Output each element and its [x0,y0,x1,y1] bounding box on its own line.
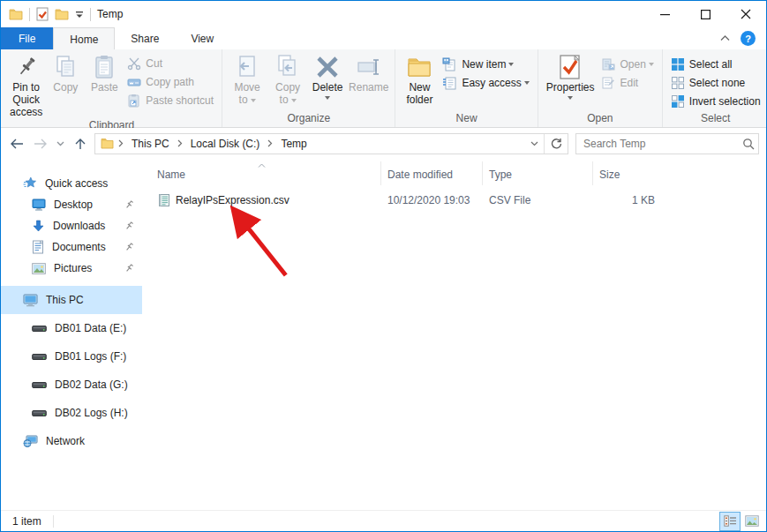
hard-drive-icon [32,324,47,333]
search-box[interactable] [575,133,759,154]
new-item-button[interactable]: New item [439,55,532,73]
search-icon[interactable] [742,138,755,150]
open-group-label: Open [541,111,659,127]
chevron-down-icon [524,81,530,85]
edit-button[interactable]: Edit [598,73,657,92]
sidebar-item-drive-f[interactable]: DB01 Logs (F:) [1,342,142,371]
sidebar-item-label: DB02 Data (G:) [55,378,128,391]
easy-access-button[interactable]: Easy access [439,73,532,92]
large-icons-view-button[interactable] [741,512,763,531]
sidebar-item-quick-access[interactable]: Quick access [1,173,142,194]
sidebar-item-drive-h[interactable]: DB02 Logs (H:) [1,399,142,427]
column-header-name[interactable]: Name [142,161,381,185]
qat-new-folder-button[interactable] [55,8,69,20]
copy-to-icon [274,54,301,80]
tab-view[interactable]: View [175,27,229,49]
invert-selection-icon [671,94,685,109]
cut-icon [127,56,141,71]
pin-to-quick-access-button[interactable]: Pin to Quick access [6,51,46,118]
recent-locations-chevron-icon[interactable] [52,131,68,155]
column-header-date-modified[interactable]: Date modified [381,161,483,185]
collapse-ribbon-chevron-icon[interactable] [720,35,730,41]
paste-shortcut-icon [127,94,141,108]
breadcrumb-local-disk-c[interactable]: Local Disk (C:) [184,134,267,154]
select-none-button[interactable]: Select none [667,73,764,92]
breadcrumb-this-pc[interactable]: This PC [124,134,177,154]
select-group-label: Select [665,111,766,127]
copy-path-button[interactable]: Copy path [124,72,217,91]
details-view-button[interactable] [719,512,741,531]
view-switcher [719,512,766,531]
qat-customize-chevron-icon[interactable] [75,11,84,19]
sidebar-item-desktop[interactable]: Desktop [1,194,142,215]
refresh-button[interactable] [545,134,568,154]
tab-home[interactable]: Home [53,27,115,49]
new-folder-button[interactable]: New folder [400,51,439,107]
address-box[interactable]: This PC Local Disk (C:) Temp [94,133,568,154]
breadcrumb-temp[interactable]: Temp [274,134,313,154]
close-button[interactable] [726,1,766,27]
open-button[interactable]: Open [598,55,657,73]
new-item-label: New item [462,58,514,71]
sidebar-item-label: Pictures [54,262,92,274]
rename-icon [356,54,382,80]
copy-button[interactable]: Copy [46,51,85,94]
sidebar-item-drive-e[interactable]: DB01 Data (E:) [1,314,142,342]
status-separator [53,515,54,528]
sidebar-item-label: Quick access [45,177,108,190]
ribbon-group-select: Select all Select none Invert selection [663,49,767,127]
tab-share[interactable]: Share [115,27,175,49]
select-all-button[interactable]: Select all [667,55,764,73]
open-label: Open [620,58,653,71]
sidebar-item-pictures[interactable]: Pictures [1,258,142,279]
cut-button[interactable]: Cut [124,54,217,72]
help-glyph: ? [745,34,751,44]
easy-access-label: Easy access [462,77,529,89]
up-button[interactable] [68,131,92,155]
qat-separator [90,8,91,21]
forward-button[interactable] [28,131,52,155]
minimize-button[interactable] [644,1,685,27]
rename-button[interactable]: Rename [347,51,390,94]
address-dropdown-chevron-icon[interactable] [524,134,544,154]
properties-button[interactable]: Properties [543,51,598,100]
copy-to-button[interactable]: Copy to [267,51,308,107]
paste-shortcut-button[interactable]: Paste shortcut [124,91,217,109]
network-icon [23,435,38,447]
move-to-button[interactable]: Move to [227,51,267,107]
documents-icon [32,240,44,254]
invert-selection-button[interactable]: Invert selection [667,92,764,110]
copy-path-icon [127,75,141,89]
sidebar-item-documents[interactable]: Documents [1,236,142,258]
rename-label: Rename [349,82,388,94]
column-header-size[interactable]: Size [593,161,662,185]
help-button[interactable]: ? [741,31,756,46]
select-none-label: Select none [689,77,745,89]
select-all-icon [671,57,685,71]
chevron-down-icon [325,96,330,100]
sidebar-item-this-pc[interactable]: This PC [1,286,142,314]
sidebar-item-drive-g[interactable]: DB02 Data (G:) [1,371,142,399]
explorer-window: Temp File Home Share View ? [0,0,767,532]
pinned-pin-icon [124,221,134,231]
file-name-cell[interactable]: RelayIPsExpression.csv [142,193,381,207]
sidebar-item-label: This PC [46,294,84,306]
new-folder-icon [406,54,432,80]
search-input[interactable] [583,138,742,150]
delete-button[interactable]: Delete [308,51,347,100]
ribbon-group-new: New folder New item Easy access [395,49,538,127]
pin-to-quick-access-label: Pin to Quick access [10,82,42,118]
sidebar-item-downloads[interactable]: Downloads [1,215,142,236]
paste-button[interactable]: Paste [85,51,124,94]
column-header-type[interactable]: Type [483,161,593,185]
back-button[interactable] [4,131,28,155]
sidebar-item-network[interactable]: Network [1,427,142,455]
maximize-button[interactable] [685,1,726,27]
chevron-down-icon [291,99,297,102]
ribbon-group-open: Properties Open Edit [538,49,663,127]
hard-drive-icon [32,408,47,417]
tab-file[interactable]: File [1,27,53,49]
file-row[interactable]: RelayIPsExpression.csv 10/12/2020 19:03 … [142,191,766,210]
file-date-modified: 10/12/2020 19:03 [381,194,483,206]
qat-properties-button[interactable] [36,7,49,21]
